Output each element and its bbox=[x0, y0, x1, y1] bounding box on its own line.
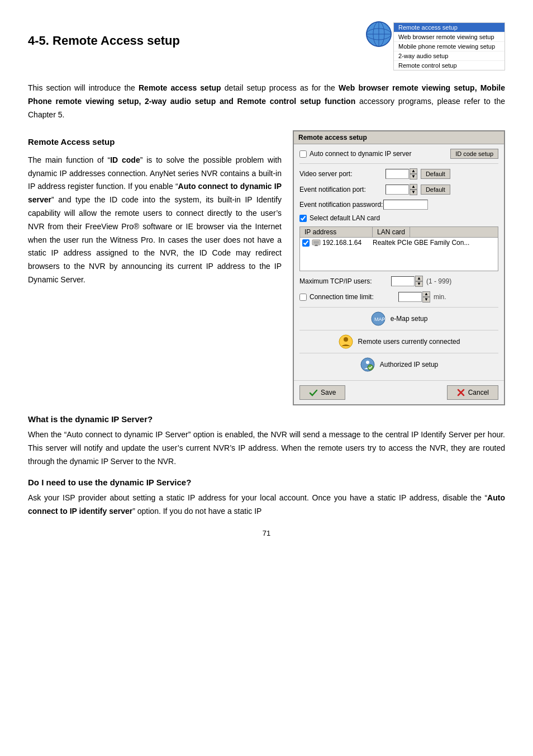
remote-access-subheading: Remote Access setup bbox=[28, 135, 282, 149]
emap-label: e-Map setup bbox=[391, 315, 428, 323]
remote-users-label: Remote users currently connected bbox=[358, 338, 460, 346]
svg-rect-7 bbox=[313, 241, 319, 244]
save-checkmark-icon bbox=[309, 388, 318, 397]
dropdown-item-2way-audio[interactable]: 2-way audio setup bbox=[394, 51, 505, 61]
auto-connect-label: Auto connect to dynamic IP server bbox=[310, 150, 412, 158]
connection-time-unit: min. bbox=[434, 293, 446, 301]
ip-row-lan: Realtek PCIe GBE Family Con... bbox=[373, 239, 469, 247]
section-title: 4-5. Remote Access setup bbox=[28, 34, 364, 48]
max-tcp-up-arrow[interactable]: ▲ bbox=[415, 276, 423, 281]
dialog-title: Remote access setup bbox=[294, 131, 504, 144]
dynamic-ip-subheading: What is the dynamic IP Server? bbox=[28, 414, 505, 424]
svg-rect-8 bbox=[315, 244, 317, 245]
remote-access-dialog: Remote access setup Auto connect to dyna… bbox=[293, 130, 505, 405]
event-password-input[interactable] bbox=[383, 200, 428, 210]
select-lan-label: Select default LAN card bbox=[310, 214, 380, 222]
connection-time-label: Connection time limit: bbox=[310, 293, 396, 301]
save-label: Save bbox=[321, 389, 336, 396]
max-tcp-range: (1 - 999) bbox=[426, 277, 451, 285]
dropdown-item-web-browser[interactable]: Web browser remote viewing setup bbox=[394, 32, 505, 42]
do-i-need-subheading: Do I need to use the dynamic IP Service? bbox=[28, 478, 505, 487]
dynamic-ip-text: When the “Auto connect to dynamic IP Ser… bbox=[28, 428, 505, 468]
connection-time-input[interactable]: 10 bbox=[398, 292, 422, 302]
video-default-button[interactable]: Default bbox=[421, 169, 450, 179]
auto-connect-row: Auto connect to dynamic IP server ID cod… bbox=[299, 149, 498, 159]
max-tcp-spinner[interactable]: 5 ▲ ▼ bbox=[391, 276, 423, 287]
remote-users-icon bbox=[338, 334, 354, 349]
remote-users-row[interactable]: Remote users currently connected bbox=[299, 330, 498, 353]
event-notification-port-row: Event notification port: 5877 ▲ ▼ Defaul… bbox=[299, 184, 498, 195]
globe-icon bbox=[364, 20, 393, 49]
auto-connect-checkbox[interactable] bbox=[299, 150, 307, 158]
event-notification-port-label: Event notification port: bbox=[299, 186, 383, 193]
event-port-up-arrow[interactable]: ▲ bbox=[410, 184, 417, 190]
event-port-spinner[interactable]: 5877 ▲ ▼ bbox=[386, 184, 417, 195]
emap-setup-row[interactable]: MAP e-Map setup bbox=[299, 307, 498, 330]
select-lan-checkbox[interactable] bbox=[299, 215, 307, 222]
ip-area: IP address LAN card 192.168.1.64 bbox=[299, 226, 498, 271]
ip-row-checkbox[interactable] bbox=[302, 239, 310, 247]
video-port-input[interactable]: 1001 bbox=[386, 169, 409, 179]
right-col: Remote access setup Auto connect to dyna… bbox=[293, 130, 505, 405]
header-area: 4-5. Remote Access setup Remote access s… bbox=[28, 17, 505, 70]
body-para-1: The main function of “ID code” is to sol… bbox=[28, 154, 282, 287]
authorized-ip-label: Authorized IP setup bbox=[380, 361, 439, 368]
two-col-layout: Remote Access setup The main function of… bbox=[28, 130, 505, 405]
max-tcp-row: Maximum TCP/IP users: 5 ▲ ▼ (1 - 999) bbox=[299, 276, 498, 287]
video-port-up-arrow[interactable]: ▲ bbox=[410, 168, 417, 174]
max-tcp-label: Maximum TCP/IP users: bbox=[299, 277, 389, 285]
connection-time-up-arrow[interactable]: ▲ bbox=[422, 291, 430, 297]
emap-icon: MAP bbox=[370, 311, 386, 327]
connection-time-spinner[interactable]: 10 ▲ ▼ bbox=[398, 291, 430, 303]
ip-area-header: IP address LAN card bbox=[300, 227, 498, 238]
dialog-footer: Save Cancel bbox=[294, 380, 504, 404]
dropdown-menu[interactable]: Remote access setup Web browser remote v… bbox=[393, 22, 505, 70]
event-port-down-arrow[interactable]: ▼ bbox=[410, 190, 417, 195]
max-tcp-input[interactable]: 5 bbox=[391, 276, 415, 286]
ip-area-row[interactable]: 192.168.1.64 Realtek PCIe GBE Family Con… bbox=[300, 238, 498, 248]
connection-time-checkbox[interactable] bbox=[299, 294, 307, 301]
page-number: 71 bbox=[28, 529, 505, 537]
video-server-port-label: Video server port: bbox=[299, 170, 383, 178]
nic-icon bbox=[312, 239, 321, 247]
event-password-row: Event notification password: bbox=[299, 200, 498, 210]
id-code-setup-button[interactable]: ID code setup bbox=[450, 149, 498, 159]
cancel-button[interactable]: Cancel bbox=[447, 385, 498, 400]
lan-card-col-header: LAN card bbox=[373, 227, 410, 237]
dropdown-item-mobile-phone[interactable]: Mobile phone remote viewing setup bbox=[394, 42, 505, 51]
cancel-label: Cancel bbox=[468, 389, 489, 396]
dropdown-item-remote-access[interactable]: Remote access setup bbox=[394, 23, 505, 32]
ip-address-col-header: IP address bbox=[300, 227, 373, 237]
video-port-spinner[interactable]: 1001 ▲ ▼ bbox=[386, 168, 417, 179]
save-button[interactable]: Save bbox=[299, 385, 345, 400]
connection-time-row: Connection time limit: 10 ▲ ▼ min. bbox=[299, 291, 498, 303]
authorized-ip-icon bbox=[360, 357, 375, 372]
svg-point-15 bbox=[366, 361, 369, 364]
svg-text:MAP: MAP bbox=[374, 316, 386, 322]
do-i-need-text: Ask your ISP provider about setting a st… bbox=[28, 492, 505, 518]
authorized-ip-row[interactable]: Authorized IP setup bbox=[299, 353, 498, 376]
event-default-button[interactable]: Default bbox=[421, 185, 450, 195]
intro-text: This section will introduce the Remote a… bbox=[28, 82, 505, 121]
svg-point-13 bbox=[344, 337, 348, 342]
max-tcp-down-arrow[interactable]: ▼ bbox=[415, 281, 423, 287]
event-password-label: Event notification password: bbox=[299, 201, 383, 209]
video-port-down-arrow[interactable]: ▼ bbox=[410, 174, 417, 179]
cancel-x-icon bbox=[456, 388, 465, 397]
select-lan-row: Select default LAN card bbox=[299, 214, 498, 222]
dialog-body: Auto connect to dynamic IP server ID cod… bbox=[294, 144, 504, 380]
event-port-input[interactable]: 5877 bbox=[386, 185, 409, 195]
ip-row-ip: 192.168.1.64 bbox=[322, 239, 373, 247]
svg-rect-9 bbox=[315, 245, 318, 246]
dropdown-item-remote-control[interactable]: Remote control setup bbox=[394, 61, 505, 70]
video-server-port-row: Video server port: 1001 ▲ ▼ Default bbox=[299, 168, 498, 179]
connection-time-down-arrow[interactable]: ▼ bbox=[422, 297, 430, 303]
left-col: Remote Access setup The main function of… bbox=[28, 130, 282, 405]
